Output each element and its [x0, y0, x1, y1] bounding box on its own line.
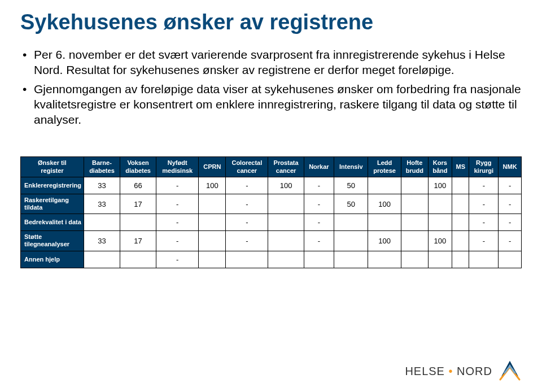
table-cell	[452, 177, 469, 194]
brand-mark-icon	[498, 359, 522, 383]
row-header: Enklereregistrering	[21, 177, 84, 194]
table-cell: 100	[268, 177, 304, 194]
table-cell: -	[156, 231, 199, 251]
table-cell: -	[469, 194, 499, 214]
table-cell: 66	[120, 177, 156, 194]
table-cell: -	[304, 231, 334, 251]
table-cell	[334, 231, 368, 251]
brand-logo: HELSE • NORD	[405, 359, 522, 383]
bullet-item: Per 6. november er det svært varierende …	[20, 47, 522, 78]
table-cell	[428, 214, 452, 231]
table-cell	[499, 251, 522, 268]
table-cell: -	[226, 214, 268, 231]
table-cell: 100	[199, 177, 226, 194]
table-cell: 33	[84, 177, 120, 194]
table-cell: 100	[428, 177, 452, 194]
table-cell	[334, 214, 368, 231]
table-cell: 100	[368, 194, 401, 214]
table-cell	[304, 251, 334, 268]
row-header: Bedrekvalitet i data	[21, 214, 84, 231]
row-header: Annen hjelp	[21, 251, 84, 268]
col-header: Barne-diabetes	[84, 157, 120, 177]
col-header: Nyfødtmedisinsk	[156, 157, 199, 177]
slide-title: Sykehusenes ønsker av registrene	[20, 10, 522, 34]
table-cell	[401, 231, 428, 251]
table-cell: -	[226, 194, 268, 214]
table-cell: -	[499, 177, 522, 194]
table-cell	[452, 231, 469, 251]
table-cell: -	[304, 214, 334, 231]
table-cell	[428, 194, 452, 214]
col-header: MS	[452, 157, 469, 177]
table-cell	[452, 194, 469, 214]
table-cell	[226, 251, 268, 268]
row-header: Raskeretilgang tildata	[21, 194, 84, 214]
table-row: Enklereregistrering 33 66 - 100 - 100 - …	[21, 177, 522, 194]
table-cell	[199, 251, 226, 268]
col-header: Korsbånd	[428, 157, 452, 177]
row-header: Støtte tilegneanalyser	[21, 231, 84, 251]
bullet-item: Gjennomgangen av foreløpige data viser a…	[20, 81, 522, 128]
table-cell	[368, 214, 401, 231]
table-cell	[334, 251, 368, 268]
col-header: NMK	[499, 157, 522, 177]
col-header: Hoftebrudd	[401, 157, 428, 177]
table-cell: 50	[334, 177, 368, 194]
table-cell	[401, 194, 428, 214]
table-cell: -	[156, 214, 199, 231]
table-cell: -	[499, 214, 522, 231]
table-cell	[469, 251, 499, 268]
table-cell	[84, 251, 120, 268]
table-cell	[268, 251, 304, 268]
table-cell: -	[156, 177, 199, 194]
table-cell: -	[156, 251, 199, 268]
col-header: Colorectalcancer	[226, 157, 268, 177]
table-cell	[401, 214, 428, 231]
table-cell	[199, 194, 226, 214]
table-cell	[268, 231, 304, 251]
table-cell: -	[499, 231, 522, 251]
col-header: Ryggkirurgi	[469, 157, 499, 177]
table-cell	[268, 214, 304, 231]
table-cell: 33	[84, 231, 120, 251]
table-cell: 50	[334, 194, 368, 214]
col-header: Prostatacancer	[268, 157, 304, 177]
table-cell	[452, 214, 469, 231]
table-cell: 100	[368, 231, 401, 251]
table-row: Bedrekvalitet i data - - - - -	[21, 214, 522, 231]
data-table-wrap: Ønsker tilregister Barne-diabetes Voksen…	[20, 156, 522, 268]
table-row: Annen hjelp -	[21, 251, 522, 268]
table-row: Støtte tilegneanalyser 33 17 - - - 100 1…	[21, 231, 522, 251]
table-cell: -	[469, 231, 499, 251]
col-header: Voksendiabetes	[120, 157, 156, 177]
table-cell: -	[304, 177, 334, 194]
table-cell: 17	[120, 194, 156, 214]
col-header: CPRN	[199, 157, 226, 177]
table-cell	[428, 251, 452, 268]
col-header: Norkar	[304, 157, 334, 177]
table-cell: 17	[120, 231, 156, 251]
data-table: Ønsker tilregister Barne-diabetes Voksen…	[20, 156, 522, 268]
col-header: Leddprotese	[368, 157, 401, 177]
table-cell: -	[469, 177, 499, 194]
table-cell: -	[226, 177, 268, 194]
table-cell	[199, 214, 226, 231]
table-cell	[120, 214, 156, 231]
table-cell: -	[156, 194, 199, 214]
slide: Sykehusenes ønsker av registrene Per 6. …	[0, 0, 542, 392]
brand-text: HELSE • NORD	[405, 365, 492, 378]
bullet-list: Per 6. november er det svært varierende …	[20, 47, 522, 127]
table-cell	[452, 251, 469, 268]
col-header: Intensiv	[334, 157, 368, 177]
table-cell	[268, 194, 304, 214]
table-cell	[199, 231, 226, 251]
table-cell	[401, 251, 428, 268]
table-cell	[401, 177, 428, 194]
table-cell	[120, 251, 156, 268]
table-cell: 100	[428, 231, 452, 251]
table-cell: 33	[84, 194, 120, 214]
table-cell	[368, 177, 401, 194]
table-cell: -	[304, 194, 334, 214]
table-cell: -	[469, 214, 499, 231]
col-header: Ønsker tilregister	[21, 157, 84, 177]
